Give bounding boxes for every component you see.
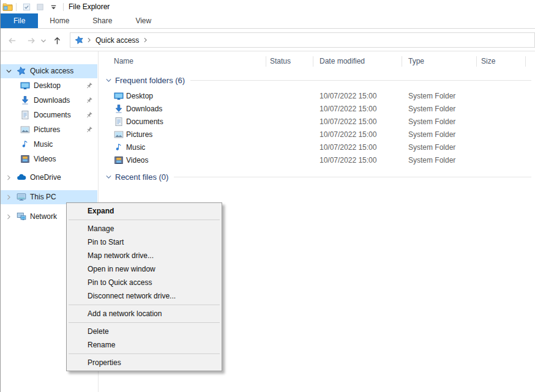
- group-header-rule: [190, 80, 531, 81]
- breadcrumb-item-quick-access[interactable]: Quick access: [95, 36, 139, 45]
- file-row-downloads[interactable]: Downloads10/07/2022 15:00System Folder: [99, 103, 535, 116]
- sidebar-item-quick-access[interactable]: Quick access: [1, 64, 97, 78]
- navigation-bar: Quick access: [1, 29, 535, 51]
- column-separator[interactable]: [266, 56, 266, 67]
- documents-icon: [114, 117, 124, 127]
- customize-qat-icon[interactable]: [48, 1, 59, 12]
- documents-icon: [20, 110, 30, 120]
- chevron-right-icon[interactable]: [5, 174, 13, 182]
- downloads-icon: [114, 104, 124, 114]
- file-date-modified: 10/07/2022 15:00: [320, 156, 376, 165]
- menu-item-pin-to-quick-access[interactable]: Pin to Quick access: [67, 276, 221, 289]
- sidebar-item-label: Quick access: [30, 67, 73, 75]
- menu-item-properties[interactable]: Properties: [67, 356, 221, 369]
- column-header-date-modified[interactable]: Date modified: [320, 55, 365, 67]
- file-name: Music: [126, 143, 145, 152]
- properties-check-icon[interactable]: [21, 1, 32, 12]
- music-icon: [20, 139, 30, 149]
- group-chevron-down-icon[interactable]: [105, 76, 113, 84]
- sidebar-item-onedrive[interactable]: OneDrive: [1, 171, 97, 185]
- forward-button[interactable]: [25, 34, 37, 46]
- tab-file[interactable]: File: [1, 13, 38, 28]
- column-header-size[interactable]: Size: [481, 55, 495, 67]
- menu-item-open-in-new-window[interactable]: Open in new window: [67, 262, 221, 276]
- file-name: Videos: [126, 156, 148, 165]
- file-name: Desktop: [126, 92, 153, 100]
- group-header-label: Frequent folders (6): [115, 76, 185, 85]
- back-button[interactable]: [6, 34, 18, 46]
- file-name: Pictures: [126, 130, 152, 139]
- menu-item-map-network-drive[interactable]: Map network drive...: [67, 249, 221, 262]
- sidebar-item-label: OneDrive: [30, 173, 61, 182]
- menu-item-rename[interactable]: Rename: [67, 338, 221, 352]
- sidebar-item-desktop[interactable]: Desktop: [1, 79, 97, 93]
- sidebar-item-label: Desktop: [34, 81, 61, 90]
- file-type: System Folder: [408, 117, 455, 126]
- column-separator[interactable]: [402, 56, 402, 67]
- videos-icon: [114, 155, 124, 165]
- file-row-pictures[interactable]: Pictures10/07/2022 15:00System Folder: [99, 128, 535, 141]
- file-row-documents[interactable]: Documents10/07/2022 15:00System Folder: [99, 116, 535, 128]
- address-bar[interactable]: Quick access: [70, 32, 535, 48]
- group-header-rule: [174, 177, 531, 177]
- sidebar-item-label: Music: [34, 140, 53, 149]
- column-separator[interactable]: [313, 56, 313, 67]
- group-chevron-down-icon[interactable]: [105, 173, 113, 181]
- ribbon-tabs: File Home Share View: [1, 13, 535, 29]
- file-explorer-window: File Explorer File Home Share View Quic: [0, 0, 535, 392]
- file-row-desktop[interactable]: Desktop10/07/2022 15:00System Folder: [99, 90, 535, 103]
- file-explorer-logo-icon: [2, 2, 13, 12]
- chevron-right-icon[interactable]: [5, 213, 13, 221]
- sidebar-item-documents[interactable]: Documents: [1, 108, 97, 122]
- file-name: Downloads: [126, 105, 162, 113]
- desktop-icon: [20, 81, 30, 91]
- tab-home[interactable]: Home: [38, 13, 81, 28]
- pictures-icon: [20, 125, 30, 135]
- file-name: Documents: [126, 117, 163, 126]
- menu-item-disconnect-network-drive[interactable]: Disconnect network drive...: [67, 289, 221, 303]
- sidebar-item-videos[interactable]: Videos: [1, 152, 97, 166]
- pin-icon: [85, 82, 93, 90]
- sidebar-item-label: Pictures: [34, 125, 60, 134]
- file-row-music[interactable]: Music10/07/2022 15:00System Folder: [99, 141, 535, 154]
- sidebar-item-pictures[interactable]: Pictures: [1, 123, 97, 137]
- file-date-modified: 10/07/2022 15:00: [320, 105, 376, 113]
- file-row-videos[interactable]: Videos10/07/2022 15:00System Folder: [99, 154, 535, 167]
- quick-access-star-icon: [75, 35, 84, 45]
- downloads-icon: [20, 95, 30, 105]
- column-separator[interactable]: [476, 56, 477, 67]
- up-button[interactable]: [51, 34, 63, 46]
- menu-item-pin-to-start[interactable]: Pin to Start: [67, 235, 221, 249]
- file-date-modified: 10/07/2022 15:00: [320, 130, 376, 139]
- group-header-recent-files-0[interactable]: Recent files (0): [99, 171, 531, 182]
- breadcrumb-chevron-icon[interactable]: [141, 36, 149, 44]
- menu-separator: [69, 305, 220, 305]
- menu-separator: [69, 220, 220, 220]
- column-header-status[interactable]: Status: [270, 55, 291, 67]
- videos-icon: [20, 154, 30, 164]
- column-header-type[interactable]: Type: [408, 55, 424, 67]
- sidebar-item-downloads[interactable]: Downloads: [1, 94, 97, 108]
- quick-access-star-icon: [17, 66, 26, 76]
- file-type: System Folder: [408, 156, 455, 165]
- column-separator[interactable]: [525, 56, 526, 67]
- music-icon: [114, 142, 124, 152]
- file-type: System Folder: [408, 105, 455, 113]
- new-folder-icon[interactable]: [34, 1, 45, 12]
- onedrive-icon: [17, 172, 26, 182]
- sidebar-item-music[interactable]: Music: [1, 138, 97, 152]
- recent-locations-dropdown-icon[interactable]: [40, 37, 47, 45]
- column-header-name[interactable]: Name: [114, 55, 133, 67]
- chevron-right-icon[interactable]: [5, 193, 13, 201]
- tab-view[interactable]: View: [124, 13, 163, 28]
- menu-item-manage[interactable]: Manage: [67, 222, 221, 235]
- chevron-down-icon[interactable]: [5, 67, 13, 75]
- titlebar-separator: [63, 3, 64, 11]
- breadcrumb-chevron-icon[interactable]: [85, 36, 93, 44]
- menu-item-delete[interactable]: Delete: [67, 325, 221, 338]
- group-header-frequent-folders-6[interactable]: Frequent folders (6): [99, 75, 531, 86]
- menu-separator: [69, 322, 220, 323]
- menu-item-expand[interactable]: Expand: [67, 204, 221, 218]
- menu-item-add-a-network-location[interactable]: Add a network location: [67, 307, 221, 320]
- tab-share[interactable]: Share: [81, 13, 124, 28]
